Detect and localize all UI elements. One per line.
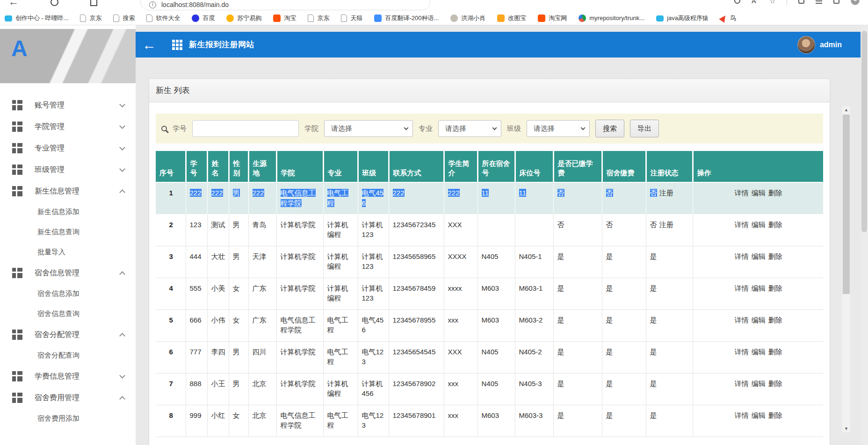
bookmark-item-jd-2[interactable]: 京东 [308, 14, 329, 22]
table-row[interactable]: 3444大壮男天津计算机学院计算机编程计算机12312345658965XXXX… [156, 246, 823, 278]
split-screen-icon[interactable] [833, 0, 839, 4]
bookmark-item-gaitubao[interactable]: 改图宝 [497, 14, 526, 22]
sidebar-subitem-batch-import[interactable]: 批量导入 [0, 242, 136, 262]
table-row[interactable]: 2123测试男青岛计算机学院计算机编程计算机12312345672345XXX否… [156, 214, 823, 246]
sidebar-subitem-freshman-add[interactable]: 新生信息添加 [0, 202, 136, 222]
detail-link[interactable]: 详情 [735, 189, 749, 197]
extensions-icon[interactable] [798, 0, 804, 4]
edit-link[interactable]: 编辑 [752, 348, 766, 356]
bookmark-item-software[interactable]: 软件大全 [146, 14, 180, 22]
bookmark-item-bilibili-creator[interactable]: 创作中心 - 哔哩哔... [5, 14, 68, 22]
table-row[interactable]: 5666小伟女广东电气信息工程学院电气工程电气45612345678955xxx… [156, 309, 823, 341]
bookmark-item-baidu[interactable]: 百度 [192, 14, 215, 22]
delete-link[interactable]: 删除 [768, 411, 782, 419]
detail-link[interactable]: 详情 [735, 284, 749, 292]
edit-link[interactable]: 编辑 [752, 221, 766, 229]
select-value: 请选择 [331, 124, 352, 133]
table-row[interactable]: 1222222男222电气信息工程学院电气工程电气4562222221111否否… [156, 182, 823, 214]
home-icon[interactable] [90, 0, 97, 6]
bookmark-item-bird[interactable]: 鸟 [720, 14, 736, 22]
bookmark-item-search[interactable]: 搜索 [113, 14, 135, 22]
bookmark-label: 搜索 [123, 14, 135, 22]
major-select[interactable]: 请选择 [438, 120, 501, 137]
delete-link[interactable]: 删除 [768, 380, 782, 388]
select-value: 请选择 [534, 124, 555, 133]
edit-link[interactable]: 编辑 [752, 284, 766, 292]
detail-link[interactable]: 详情 [735, 380, 749, 388]
edit-link[interactable]: 编辑 [752, 380, 766, 388]
site-info-icon[interactable]: i [149, 1, 156, 8]
sidebar-item-account[interactable]: 账号管理 [0, 94, 136, 116]
detail-link[interactable]: 详情 [735, 411, 749, 419]
edit-link[interactable]: 编辑 [752, 411, 766, 419]
bookmark-item-honghu-xiaoxiao[interactable]: 洪湖小肖 [450, 14, 485, 22]
bookmark-item-baidu-translate[interactable]: 百度翻译-200种语... [374, 14, 439, 22]
delete-link[interactable]: 删除 [768, 252, 782, 260]
sidebar-item-college[interactable]: 学院管理 [0, 116, 136, 137]
user-avatar[interactable] [797, 36, 815, 54]
back-icon[interactable]: ← [8, 0, 19, 8]
scroll-down-icon[interactable]: ▼ [842, 425, 850, 432]
delete-link[interactable]: 删除 [768, 284, 782, 292]
browser-scrollbar[interactable] [861, 25, 868, 445]
register-link[interactable]: 注册 [659, 189, 673, 197]
delete-link[interactable]: 删除 [768, 348, 782, 356]
sidebar-item-major[interactable]: 专业管理 [0, 137, 136, 159]
sidebar-subitem-dorm-add[interactable]: 宿舍信息添加 [0, 284, 136, 304]
class-select[interactable]: 请选择 [527, 120, 590, 137]
collections-icon[interactable] [816, 0, 822, 4]
bookmark-item-taobao[interactable]: 淘宝 [273, 14, 296, 22]
table-row[interactable]: 7888小王男北京计算机学院计算机编程计算机45612345678902xxxN… [156, 373, 823, 405]
table-row[interactable]: 6777李四男四川计算机学院电气工程电气12312345654545XXXN40… [156, 341, 823, 373]
content-scrollbar[interactable]: ▲ ▼ [842, 106, 850, 432]
sidebar-item-tuition[interactable]: 学费信息管理 [0, 366, 136, 387]
data-cell [515, 214, 553, 246]
table-row[interactable]: 8999小红女北京电气信息工程学院电气工程电气12312345678901xxx… [156, 405, 823, 437]
college-select[interactable]: 请选择 [324, 120, 413, 137]
reading-icon[interactable] [734, 0, 740, 4]
jd-favicon-icon [80, 14, 86, 22]
table-row[interactable]: 4555小美女广东计算机学院计算机编程计算机12312345678459xxxx… [156, 278, 823, 309]
detail-link[interactable]: 详情 [735, 348, 749, 356]
bookmark-item-suning[interactable]: 苏宁易购 [226, 14, 261, 22]
scroll-up-icon[interactable]: ▲ [842, 106, 850, 114]
search-button[interactable]: 搜索 [595, 120, 624, 137]
back-arrow-icon[interactable]: ← [142, 38, 156, 52]
scrollbar-thumb[interactable] [843, 115, 850, 294]
detail-link[interactable]: 详情 [735, 316, 749, 324]
bookmark-item-jd[interactable]: 京东 [80, 14, 101, 22]
edit-link[interactable]: 编辑 [752, 316, 766, 324]
export-button[interactable]: 导出 [630, 120, 659, 137]
sidebar-item-dorm-assign[interactable]: 宿舍分配管理 [0, 324, 136, 345]
address-bar[interactable]: i localhost:8088/main.do [140, 0, 430, 10]
add-favorite-icon[interactable]: ☆ [769, 0, 775, 5]
edit-link[interactable]: 编辑 [752, 252, 766, 260]
detail-link[interactable]: 详情 [735, 252, 749, 260]
bookmark-item-myrepository[interactable]: myrepository/trunk... [579, 14, 644, 22]
sidebar-item-freshman-info[interactable]: 新生信息管理 [0, 180, 136, 202]
edit-link[interactable]: 编辑 [752, 189, 766, 197]
bookmark-item-taobao-wang[interactable]: 淘宝网 [538, 14, 567, 22]
filter-label-student-no: 学号 [173, 124, 187, 133]
detail-link[interactable]: 详情 [735, 221, 749, 229]
text-size-icon[interactable]: A" [752, 0, 758, 5]
register-link[interactable]: 注册 [659, 221, 673, 229]
sidebar-item-class[interactable]: 班级管理 [0, 159, 136, 180]
browser-profile-avatar[interactable] [851, 0, 860, 5]
refresh-icon[interactable] [51, 0, 58, 6]
delete-link[interactable]: 删除 [768, 221, 782, 229]
sidebar-subitem-dorm-query[interactable]: 宿舍信息查询 [0, 304, 136, 324]
sidebar-subitem-freshman-query[interactable]: 新生信息查询 [0, 222, 136, 242]
browser-scrollbar-thumb[interactable] [861, 31, 867, 232]
bookmark-item-tmall[interactable]: 天猫 [341, 14, 362, 22]
delete-link[interactable]: 删除 [768, 316, 782, 324]
sidebar-item-dorm-info[interactable]: 宿舍信息管理 [0, 262, 136, 284]
sidebar-item-dorm-fee[interactable]: 宿舍费用管理 [0, 387, 136, 409]
sidebar-subitem-dorm-fee-add[interactable]: 宿舍费用添加 [0, 409, 136, 429]
chevron-down-icon [119, 166, 125, 172]
apps-grid-icon[interactable] [172, 40, 182, 50]
bookmark-item-java-programmer[interactable]: java高级程序猿 [656, 14, 709, 22]
delete-link[interactable]: 删除 [768, 189, 782, 197]
sidebar-subitem-dorm-assign-query[interactable]: 宿舍分配查询 [0, 345, 136, 366]
student-no-input[interactable] [192, 120, 299, 137]
